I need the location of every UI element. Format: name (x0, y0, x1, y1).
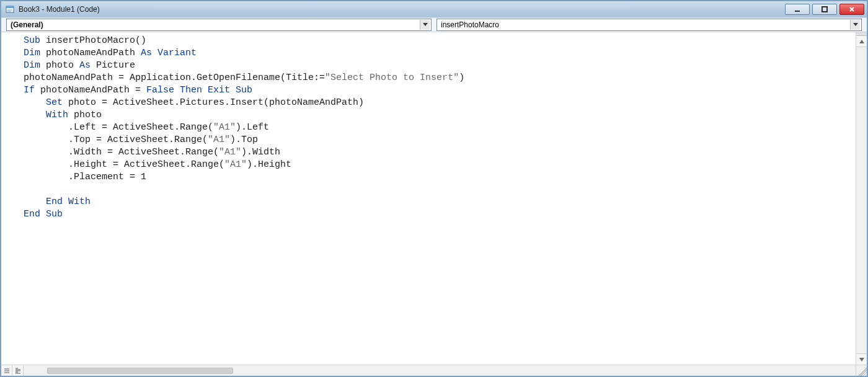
procedure-dropdown[interactable]: insertPhotoMacro (436, 19, 862, 31)
horizontal-scrollbar[interactable] (24, 365, 856, 376)
module-icon (5, 4, 15, 14)
procedure-dropdown-text: insertPhotoMacro (441, 20, 499, 29)
window-controls (785, 4, 864, 15)
window-title: Book3 - Module1 (Code) (19, 5, 100, 14)
maximize-button[interactable] (812, 4, 837, 15)
minimize-button[interactable] (785, 4, 810, 15)
procedure-view-button[interactable] (1, 365, 12, 376)
svg-rect-1 (6, 6, 14, 8)
object-dropdown-text: (General) (11, 20, 43, 29)
size-grip[interactable] (856, 365, 867, 376)
titlebar[interactable]: Book3 - Module1 (Code) (1, 1, 867, 17)
scroll-up-icon[interactable] (856, 36, 867, 47)
code-area: Sub insertPhotoMacro() Dim photoNameAndP… (1, 32, 867, 365)
code-editor[interactable]: Sub insertPhotoMacro() Dim photoNameAndP… (1, 32, 856, 365)
chevron-down-icon (420, 20, 430, 30)
chevron-down-icon (850, 20, 860, 30)
scroll-thumb[interactable] (47, 368, 233, 374)
scroll-down-icon[interactable] (856, 353, 867, 365)
dropdown-bar: (General) insertPhotoMacro (1, 17, 867, 32)
close-button[interactable] (839, 4, 864, 15)
scroll-track[interactable] (856, 47, 867, 353)
svg-rect-4 (795, 11, 800, 12)
code-window: Book3 - Module1 (Code) (General) insertP… (0, 0, 868, 377)
vertical-scrollbar[interactable] (856, 32, 867, 365)
full-module-view-button[interactable] (12, 365, 24, 376)
code-text[interactable]: Sub insertPhotoMacro() Dim photoNameAndP… (1, 32, 856, 223)
bottom-bar (1, 365, 867, 376)
svg-rect-5 (822, 7, 827, 12)
object-dropdown[interactable]: (General) (6, 19, 432, 31)
